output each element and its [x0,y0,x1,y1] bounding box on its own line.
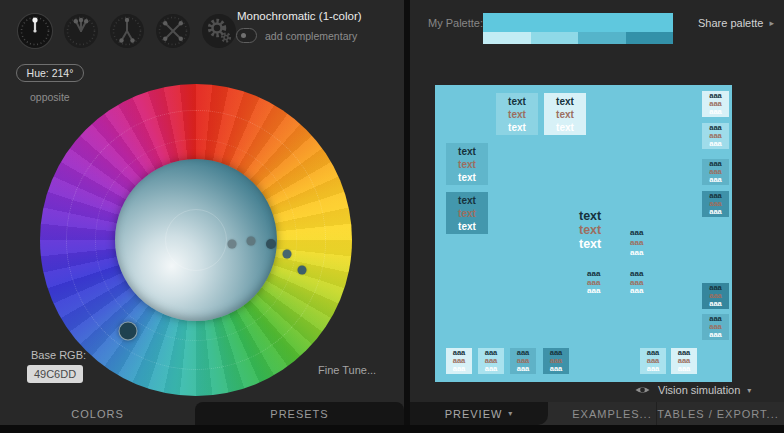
color-wheel[interactable] [40,84,352,396]
opposite-label: opposite [30,91,70,103]
scheme-monochromatic-button[interactable] [18,14,52,48]
fine-tune-button[interactable]: Fine Tune... [318,364,376,376]
palette-base-swatch[interactable] [483,13,673,32]
tab-colors[interactable]: COLORS [0,402,195,425]
base-rgb-input[interactable] [27,365,83,383]
shade-marker[interactable] [228,240,237,249]
window-bottom-edge [0,425,784,433]
preview-sample-box: aaaaaaaaa [702,159,729,185]
scheme-type-buttons [18,14,236,48]
preview-sample-box: texttexttext [496,93,538,135]
shade-marker[interactable] [247,237,256,246]
scheme-tetrad-button[interactable] [156,14,190,48]
preview-canvas: texttexttexttexttexttexttexttexttexttext… [435,85,732,382]
preview-sample-box: aaaaaaaaa [702,191,729,217]
preview-sample-text: aaaaaaaaa [587,270,600,296]
preview-panel: My Palette: Share palette ▸ texttexttext… [410,0,784,425]
scheme-title: Monochromatic (1-color) [237,10,362,22]
preview-sample-box: aaaaaaaaa [478,348,504,374]
palette-swatch[interactable] [483,32,531,44]
scheme-adjacent-button[interactable] [64,14,98,48]
left-tab-bar: COLORS PRESETS [0,402,404,425]
preview-sample-box: aaaaaaaaa [446,348,472,374]
my-palette-bar[interactable] [483,13,673,44]
preview-sample-box: texttexttext [544,93,586,135]
chevron-right-icon: ▸ [769,18,774,28]
tetrad-icon [156,14,190,48]
scheme-panel: Monochromatic (1-color) add complementar… [0,0,404,425]
tab-preview[interactable]: PREVIEW ▾ [410,402,548,425]
preview-sample-box: aaaaaaaaa [543,348,569,374]
preview-sample-box: aaaaaaaaa [702,91,729,117]
triad-icon [110,14,144,48]
monochromatic-icon [18,14,52,48]
scheme-freestyle-button[interactable] [202,14,236,48]
right-tab-bar: PREVIEW ▾ EXAMPLES... TABLES / EXPORT... [410,402,784,425]
chevron-down-icon: ▾ [508,409,513,418]
preview-sample-box: aaaaaaaaa [702,283,729,309]
add-complementary-label: add complementary [265,30,357,42]
preview-sample-box: texttexttext [446,143,488,185]
shade-marker[interactable] [298,266,307,275]
eye-icon [634,384,651,396]
add-complementary-row: add complementary [236,28,357,43]
brightness-saturation-disc[interactable] [115,159,277,321]
palette-swatch[interactable] [531,32,579,44]
preview-sample-text: aaaaaaaaa [630,228,643,258]
share-palette-label: Share palette [698,17,763,29]
palette-swatch[interactable] [626,32,674,44]
gears-icon [202,14,236,48]
share-palette-button[interactable]: Share palette ▸ [698,17,774,29]
hue-button[interactable]: Hue: 214° [16,64,84,82]
preview-sample-box: aaaaaaaaa [702,123,729,149]
preview-sample-box: aaaaaaaaa [510,348,536,374]
vision-simulation-label: Vision simulation [658,384,740,396]
scheme-triad-button[interactable] [110,14,144,48]
palette-swatch[interactable] [578,32,626,44]
my-palette-label: My Palette: [428,17,483,29]
adjacent-colors-icon [64,14,98,48]
preview-sample-text: aaaaaaaaa [630,270,643,296]
chevron-down-icon: ▾ [747,386,751,395]
preview-sample-box: texttexttext [446,192,488,234]
preview-sample-box: aaaaaaaaa [671,348,697,374]
shade-marker-selected[interactable] [266,239,276,249]
shade-marker[interactable] [283,250,292,259]
preview-sample-text: texttexttext [579,209,601,251]
add-complementary-toggle[interactable] [236,28,257,43]
preview-sample-box: aaaaaaaaa [640,348,666,374]
preview-sample-box: aaaaaaaaa [702,314,729,340]
tab-tables-export[interactable]: TABLES / EXPORT... [656,402,779,425]
base-rgb-label: Base RGB: [31,349,86,361]
vision-simulation-button[interactable]: Vision simulation ▾ [634,384,751,396]
palette-swatches [483,32,673,44]
hue-marker[interactable] [119,322,138,341]
tab-presets[interactable]: PRESETS [195,402,404,425]
